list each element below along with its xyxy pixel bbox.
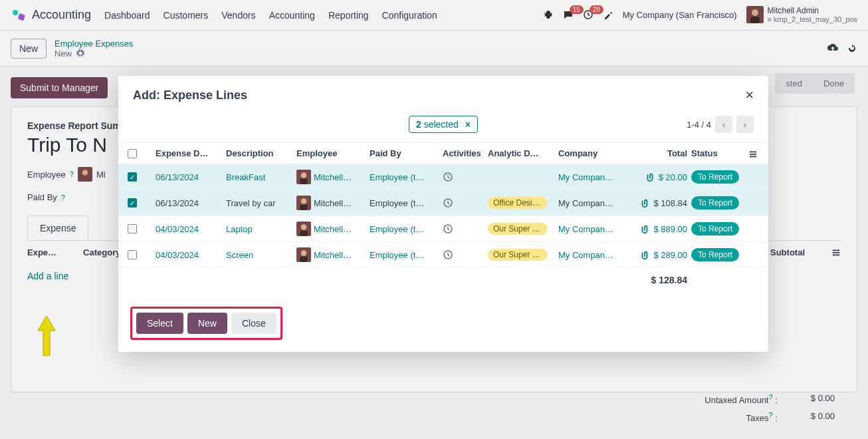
- cell-status: To Report: [691, 170, 744, 184]
- employee-avatar-icon: [296, 196, 311, 210]
- table-row[interactable]: ✓ 06/13/2024 BreakFast Mitchell… Employe…: [118, 164, 768, 190]
- row-checkbox[interactable]: ✓: [128, 172, 137, 182]
- cell-employee[interactable]: Mitchell…: [296, 221, 366, 236]
- table-row[interactable]: 04/03/2024 Laptop Mitchell… Employee (t……: [118, 216, 768, 242]
- selection-chip[interactable]: 2 selected ×: [409, 116, 478, 133]
- footer-button-group: Select New Close: [130, 307, 282, 340]
- selected-label: selected: [421, 119, 459, 130]
- cell-total: $ 108.84: [629, 198, 687, 208]
- cell-status: To Report: [691, 248, 744, 261]
- select-button[interactable]: Select: [136, 313, 183, 334]
- attachment-icon[interactable]: [640, 224, 649, 233]
- table-row[interactable]: ✓ 06/13/2024 Travel by car Mitchell… Emp…: [118, 190, 768, 216]
- th-status[interactable]: Status: [691, 148, 744, 158]
- analytic-tag[interactable]: Our Super …: [488, 249, 548, 261]
- svg-point-11: [750, 156, 752, 158]
- cell-desc[interactable]: BreakFast: [226, 172, 292, 182]
- cell-total: $ 889.00: [629, 224, 687, 234]
- row-checkbox[interactable]: [128, 224, 137, 233]
- cell-company[interactable]: My Compan…: [558, 172, 625, 182]
- svg-point-13: [301, 172, 306, 178]
- cell-desc[interactable]: Laptop: [226, 224, 292, 234]
- cell-company[interactable]: My Compan…: [558, 224, 625, 234]
- th-emp[interactable]: Employee: [296, 148, 366, 158]
- row-checkbox[interactable]: ✓: [128, 198, 137, 208]
- svg-point-21: [301, 224, 306, 229]
- new-button[interactable]: New: [187, 313, 227, 334]
- close-button[interactable]: Close: [231, 313, 276, 334]
- employee-avatar-icon: [296, 221, 311, 236]
- employee-avatar-icon: [296, 247, 311, 262]
- pager: 1-4 / 4 ‹ ›: [687, 116, 754, 133]
- attachment-icon[interactable]: [640, 198, 649, 208]
- th-act[interactable]: Activities: [443, 148, 484, 158]
- th-comp[interactable]: Company: [558, 148, 625, 158]
- analytic-tag[interactable]: Our Super …: [488, 223, 548, 235]
- svg-rect-18: [300, 205, 308, 210]
- cell-status: To Report: [691, 222, 744, 235]
- th-ana[interactable]: Analytic D…: [488, 148, 554, 158]
- cell-employee[interactable]: Mitchell…: [296, 196, 366, 210]
- modal-header: Add: Expense Lines ×: [118, 76, 768, 109]
- attachment-icon[interactable]: [645, 172, 655, 182]
- cell-company[interactable]: My Compan…: [558, 198, 625, 208]
- modal-footer: Select New Close: [118, 297, 768, 352]
- expense-table: Expense D… Description Employee Paid By …: [118, 142, 768, 297]
- cell-date[interactable]: 04/03/2024: [156, 224, 222, 234]
- cell-paidby[interactable]: Employee (t…: [370, 172, 439, 182]
- svg-point-25: [301, 250, 306, 255]
- pager-next-icon[interactable]: ›: [736, 116, 754, 133]
- analytic-tag[interactable]: Office Desi…: [488, 197, 548, 209]
- employee-avatar-icon: [296, 170, 311, 184]
- table-footer: $ 128.84: [118, 268, 768, 297]
- select-all-checkbox[interactable]: [128, 149, 137, 158]
- cell-date[interactable]: 04/03/2024: [156, 250, 222, 260]
- svg-point-17: [301, 198, 306, 204]
- cell-total: $ 20.00: [629, 172, 687, 182]
- cell-date[interactable]: 06/13/2024: [156, 172, 222, 182]
- modal-title: Add: Expense Lines: [133, 88, 247, 102]
- selected-count: 2: [416, 119, 421, 130]
- activity-icon[interactable]: [443, 172, 484, 182]
- activity-icon[interactable]: [443, 249, 484, 260]
- cell-employee[interactable]: Mitchell…: [296, 170, 366, 184]
- pager-text: 1-4 / 4: [687, 120, 711, 130]
- activity-icon[interactable]: [443, 198, 484, 208]
- table-row[interactable]: 04/03/2024 Screen Mitchell… Employee (t……: [118, 242, 768, 268]
- pager-prev-icon[interactable]: ‹: [715, 116, 732, 133]
- cell-date[interactable]: 06/13/2024: [156, 198, 222, 208]
- clear-selection-icon[interactable]: ×: [465, 119, 471, 130]
- cell-desc[interactable]: Travel by car: [226, 198, 292, 208]
- selection-sum: $ 128.84: [629, 275, 687, 285]
- cell-paidby[interactable]: Employee (t…: [370, 224, 439, 234]
- th-total[interactable]: Total: [629, 148, 687, 158]
- cell-company[interactable]: My Compan…: [558, 250, 625, 260]
- cell-paidby[interactable]: Employee (t…: [370, 198, 439, 208]
- svg-rect-14: [300, 179, 308, 184]
- add-expense-lines-modal: Add: Expense Lines × 2 selected × 1-4 / …: [118, 76, 768, 352]
- modal-toolbar: 2 selected × 1-4 / 4 ‹ ›: [118, 109, 768, 142]
- close-icon[interactable]: ×: [745, 88, 754, 102]
- table-header: Expense D… Description Employee Paid By …: [118, 142, 768, 164]
- activity-icon[interactable]: [443, 223, 484, 234]
- cell-employee[interactable]: Mitchell…: [296, 247, 366, 262]
- cell-status: To Report: [691, 196, 744, 210]
- cell-desc[interactable]: Screen: [226, 250, 292, 260]
- th-paid[interactable]: Paid By: [370, 148, 439, 158]
- cell-total: $ 289.00: [629, 250, 687, 260]
- th-desc[interactable]: Description: [226, 148, 292, 158]
- table-settings-icon[interactable]: [748, 149, 768, 158]
- svg-point-10: [754, 151, 756, 153]
- svg-rect-22: [300, 231, 308, 236]
- svg-rect-26: [300, 257, 308, 262]
- cell-paidby[interactable]: Employee (t…: [370, 250, 439, 260]
- attachment-icon[interactable]: [640, 250, 649, 259]
- th-date[interactable]: Expense D…: [156, 148, 222, 158]
- row-checkbox[interactable]: [128, 250, 137, 259]
